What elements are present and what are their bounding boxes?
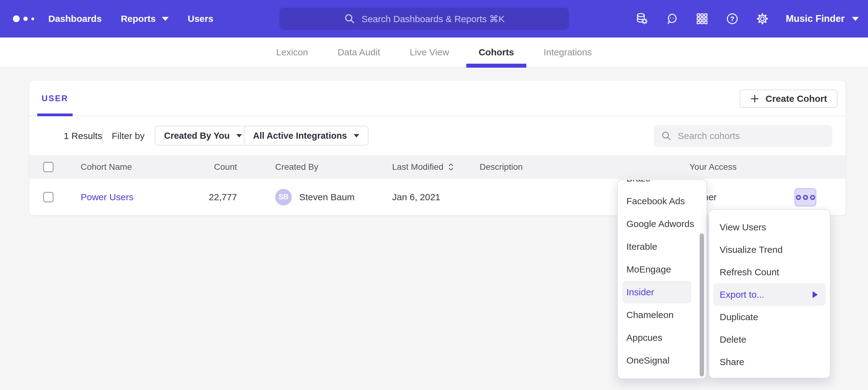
create-cohort-label: Create Cohort: [766, 94, 827, 104]
row-actions-button[interactable]: [795, 188, 816, 206]
chevron-down-icon: [162, 17, 169, 21]
menu-item-visualize-trend[interactable]: Visualize Trend: [709, 238, 830, 261]
cohort-count: 22,777: [171, 179, 237, 215]
dot-icon: [803, 195, 808, 200]
submenu-scrollbar-thumb[interactable]: [700, 233, 704, 377]
dot-icon: [796, 195, 801, 200]
tab-lexicon[interactable]: Lexicon: [276, 37, 308, 67]
logo-dot: [31, 18, 34, 20]
logo-dot: [13, 15, 20, 22]
nav-reports-label: Reports: [121, 13, 155, 24]
menu-item-braze[interactable]: Braze: [618, 179, 696, 190]
mixpanel-logo[interactable]: [13, 0, 34, 37]
tab-data-audit[interactable]: Data Audit: [338, 37, 380, 67]
messages-icon[interactable]: [665, 12, 679, 26]
create-cohort-button[interactable]: Create Cohort: [740, 90, 838, 108]
filter-row: 1 Results Filter by Created By You All A…: [29, 116, 845, 155]
column-cohort-name: Cohort Name: [81, 155, 132, 179]
menu-item-onesignal[interactable]: OneSignal: [618, 349, 696, 372]
menu-item-view-users[interactable]: View Users: [709, 216, 830, 238]
top-nav: Dashboards Reports Users Search Dashboar…: [0, 0, 868, 37]
top-nav-right: ? Music Finder: [635, 0, 859, 37]
sort-icon: [448, 162, 454, 172]
cohort-type-tabs: USER Create Cohort: [29, 80, 845, 116]
column-count: Count: [171, 155, 237, 179]
cohort-search-box: [654, 125, 832, 147]
secondary-nav: Lexicon Data Audit Live View Cohorts Int…: [0, 37, 868, 68]
svg-text:?: ?: [730, 15, 734, 23]
nav-dashboards[interactable]: Dashboards: [48, 13, 101, 24]
column-created-by: Created By: [275, 155, 318, 179]
nav-dashboards-label: Dashboards: [48, 13, 101, 24]
help-icon[interactable]: ?: [725, 12, 739, 26]
menu-item-export-to-label: Export to...: [720, 289, 764, 300]
export-submenu: Braze Facebook Ads Google Adwords Iterab…: [617, 179, 707, 379]
column-last-modified[interactable]: Last Modified: [392, 155, 454, 179]
last-modified-cell: Jan 6, 2021: [392, 179, 440, 215]
row-context-menu: View Users Visualize Trend Refresh Count…: [709, 209, 831, 378]
tab-live-view[interactable]: Live View: [410, 37, 449, 67]
apps-grid-icon[interactable]: [695, 12, 709, 26]
filter-by-label: Filter by: [112, 116, 145, 155]
chevron-down-icon: [852, 17, 859, 21]
avatar: SB: [275, 189, 292, 205]
select-all-checkbox[interactable]: [43, 162, 54, 172]
tab-integrations[interactable]: Integrations: [544, 37, 592, 67]
nav-reports[interactable]: Reports: [121, 13, 168, 24]
menu-item-insider[interactable]: Insider: [622, 281, 691, 303]
nav-users[interactable]: Users: [188, 13, 213, 24]
dot-icon: [810, 195, 815, 200]
menu-item-chameleon[interactable]: Chameleon: [618, 303, 696, 326]
menu-item-appcues[interactable]: Appcues: [618, 326, 696, 349]
divider: [102, 127, 103, 144]
created-by-filter-dropdown[interactable]: Created By You: [155, 126, 251, 145]
settings-gear-icon[interactable]: [756, 12, 769, 26]
chevron-down-icon: [354, 134, 359, 137]
column-description: Description: [479, 155, 523, 179]
table-header: Cohort Name Count Created By Last Modifi…: [29, 155, 845, 179]
tab-cohorts[interactable]: Cohorts: [478, 37, 514, 67]
menu-item-iterable[interactable]: Iterable: [618, 235, 696, 258]
created-by-name: Steven Baum: [299, 192, 354, 202]
submenu-arrow-icon: [813, 291, 818, 298]
search-icon: [660, 130, 672, 142]
integrations-filter-dropdown[interactable]: All Active Integrations: [244, 126, 368, 145]
project-name: Music Finder: [786, 13, 845, 24]
menu-item-duplicate[interactable]: Duplicate: [709, 306, 830, 328]
cohort-search-input[interactable]: [678, 131, 826, 141]
tab-user-cohorts[interactable]: USER: [41, 80, 68, 116]
menu-item-delete[interactable]: Delete: [709, 328, 830, 351]
results-count: 1 Results: [64, 116, 102, 155]
export-submenu-items: Braze Facebook Ads Google Adwords Iterab…: [618, 179, 696, 372]
menu-item-refresh-count[interactable]: Refresh Count: [709, 261, 830, 283]
menu-item-facebook-ads[interactable]: Facebook Ads: [618, 190, 696, 213]
created-by-cell: SB Steven Baum: [275, 189, 354, 205]
menu-item-moengage[interactable]: MoEngage: [618, 258, 696, 281]
created-by-filter-label: Created By You: [164, 131, 229, 141]
global-search-placeholder: Search Dashboards & Reports ⌘K: [361, 13, 504, 24]
menu-item-share[interactable]: Share: [709, 351, 830, 373]
plus-icon: [750, 94, 760, 103]
menu-item-google-adwords[interactable]: Google Adwords: [618, 213, 696, 235]
column-last-modified-label: Last Modified: [392, 162, 443, 172]
cohorts-card: USER Create Cohort 1 Results Filter by C…: [29, 80, 845, 215]
top-nav-items: Dashboards Reports Users: [48, 0, 213, 37]
menu-item-export-to[interactable]: Export to...: [713, 283, 826, 306]
search-icon: [343, 12, 356, 25]
global-search-bar[interactable]: Search Dashboards & Reports ⌘K: [279, 8, 569, 30]
integrations-filter-label: All Active Integrations: [253, 131, 347, 141]
nav-users-label: Users: [188, 13, 213, 24]
cohort-name-link[interactable]: Power Users: [81, 192, 133, 202]
chevron-down-icon: [237, 134, 242, 137]
project-switcher[interactable]: Music Finder: [786, 13, 859, 24]
column-your-access: Your Access: [689, 155, 737, 179]
logo-dot: [23, 17, 28, 21]
row-checkbox[interactable]: [43, 192, 54, 202]
data-management-icon[interactable]: [635, 12, 649, 26]
